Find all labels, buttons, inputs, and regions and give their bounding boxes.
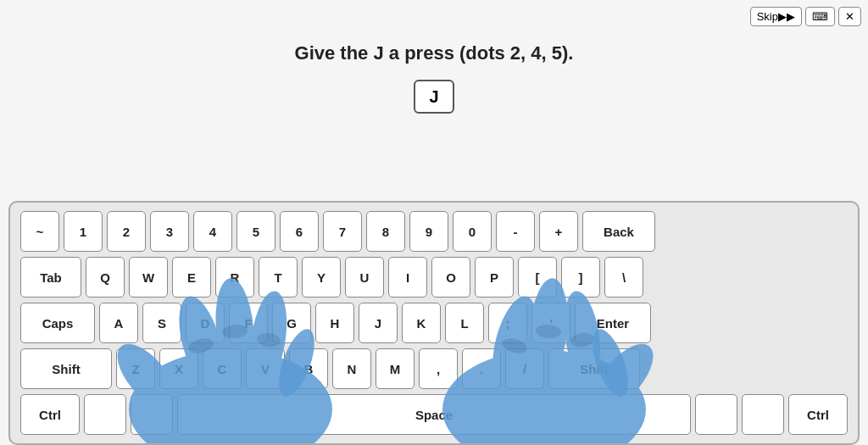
key-tilde[interactable]: ~ <box>20 211 59 252</box>
keyboard-button[interactable]: ⌨ <box>805 7 835 26</box>
skip-button[interactable]: Skip▶▶ <box>750 7 802 26</box>
key-display: J <box>414 80 454 114</box>
top-buttons-container: Skip▶▶ ⌨ ✕ <box>750 7 861 26</box>
keyboard-container: ~ 1 2 3 4 5 6 7 8 9 0 - + Back Tab Q W E… <box>0 201 868 445</box>
keyboard: ~ 1 2 3 4 5 6 7 8 9 0 - + Back Tab Q W E… <box>8 201 860 445</box>
instruction-text: Give the J a press (dots 2, 4, 5). <box>0 42 868 64</box>
key-ctrl-right[interactable]: Ctrl <box>788 394 848 435</box>
instruction-area: Give the J a press (dots 2, 4, 5). J <box>0 42 868 114</box>
hands-overlay <box>61 201 739 443</box>
close-button[interactable]: ✕ <box>838 7 861 26</box>
key-fn4[interactable] <box>742 394 784 435</box>
